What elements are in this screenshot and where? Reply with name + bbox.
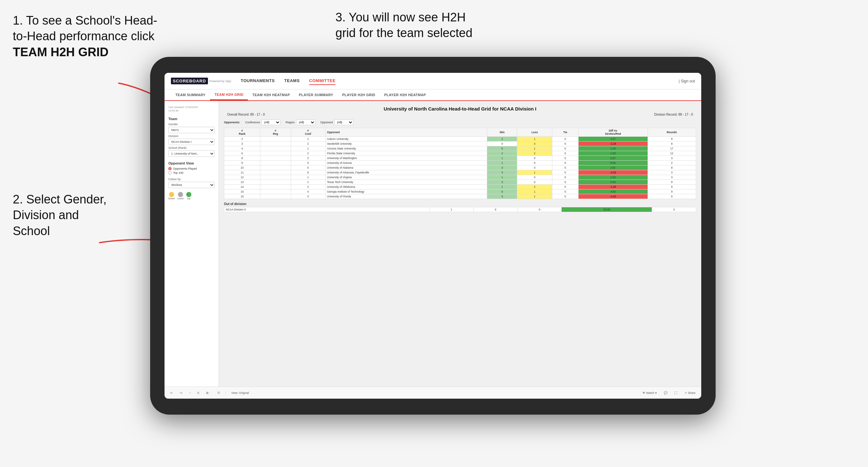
back-btn[interactable]: ‹	[188, 390, 192, 396]
col-win: Win	[487, 128, 517, 137]
tablet-screen: SCOREBOARD Powered by clipp TOURNAMENTS …	[164, 73, 701, 399]
timestamp: Last Updated: 27/03/2024 16:55:38	[168, 105, 215, 113]
col-diff: Diff AvStrokes/Rnd	[578, 128, 648, 137]
bottom-toolbar: ↩ ↪ ‹ ⎘ ⊞ · ⏱ | View: Original 👁 Watch ▾…	[164, 386, 701, 399]
filter-region-group: Region (All)	[286, 120, 315, 125]
table-row: 10 5 University of Alabama 3 0 0 2.61 8	[224, 165, 696, 170]
division-record: Division Record: 88 - 17 - 0	[654, 113, 693, 116]
table-row: 9 3 University of Arizona 1 0 0 9.00 2	[224, 161, 696, 165]
col-tie: Tie	[552, 128, 578, 137]
table-row: 13 1 Texas Tech University 3 0 0 5.56 9	[224, 180, 696, 185]
opponent-filter-select[interactable]: (All)	[334, 120, 353, 125]
table-row: 4 1 Arizona State University 5 1 0 2.29 …	[224, 146, 696, 151]
share-btn[interactable]: ↗ Share	[682, 390, 698, 396]
comment-btn[interactable]: 💬	[662, 390, 669, 396]
division-label: Division	[168, 134, 215, 138]
grid-title: University of North Carolina Head-to-Hea…	[224, 106, 696, 112]
school-label: School (Rank)	[168, 146, 215, 150]
nav-committee[interactable]: COMMITTEE	[309, 77, 336, 85]
subnav-team-summary[interactable]: TEAM SUMMARY	[171, 89, 210, 100]
clock-btn[interactable]: ⏱	[215, 390, 222, 396]
redo-btn[interactable]: ↪	[178, 390, 184, 396]
table-row: 3 2 Vanderbilt University 0 4 0 -2.29 8	[224, 142, 696, 146]
logo-subtitle: Powered by clipp	[209, 80, 231, 83]
annotation-1: 1. To see a School's Head- to-Head perfo…	[13, 13, 166, 60]
out-of-division-table: NCAA Division II 1 0 0 26.00 3	[224, 207, 696, 212]
subnav: TEAM SUMMARY TEAM H2H GRID TEAM H2H HEAT…	[164, 89, 701, 101]
nav-tournaments[interactable]: TOURNAMENTS	[241, 77, 274, 85]
gender-label: Gender	[168, 123, 215, 126]
nav-teams[interactable]: TEAMS	[284, 77, 300, 85]
subnav-player-h2h-grid[interactable]: PLAYER H2H GRID	[338, 89, 380, 100]
annotation-3: 3. You will now see H2H grid for the tea…	[336, 9, 527, 41]
logo-area: SCOREBOARD Powered by clipp	[171, 77, 231, 84]
subnav-team-h2h-heatmap[interactable]: TEAM H2H HEATMAP	[248, 89, 294, 100]
overall-record: Overall Record: 89 - 17 - 0	[227, 113, 265, 116]
colour-by-label: Colour by	[168, 178, 215, 181]
out-division-tie: 0	[518, 207, 562, 212]
out-division-diff: 26.00	[562, 207, 652, 212]
sign-out-link[interactable]: | Sign out	[679, 79, 695, 83]
division-select[interactable]: NCAA Division I	[168, 138, 215, 145]
table-row: 14 2 University of Oklahoma 1 2 0 -1.00 …	[224, 185, 696, 189]
opponent-view-title: Opponent View	[168, 161, 215, 165]
col-rounds: Rounds	[648, 128, 696, 137]
copy-btn[interactable]: ⎘	[195, 390, 201, 396]
out-of-division-label: Out of division	[224, 202, 696, 206]
col-opponent: Opponent	[325, 128, 487, 137]
filter-row: Opponents: Conference (All) Region (All)	[224, 120, 696, 125]
content-area: Last Updated: 27/03/2024 16:55:38 Team G…	[164, 101, 701, 386]
region-filter-select[interactable]: (All)	[296, 120, 315, 125]
radio-opponents-played[interactable]: Opponents Played	[168, 167, 215, 170]
table-row: 15 4 Georgia Institute of Technology 6 1…	[224, 189, 696, 194]
annotation-2: 2. Select Gender, Division and School	[13, 192, 147, 239]
team-section-title: Team	[168, 117, 215, 121]
opponent-view-radio-group: Opponents Played Top 100	[168, 167, 215, 175]
tablet-device: SCOREBOARD Powered by clipp TOURNAMENTS …	[150, 57, 716, 415]
table-row: 6 2 Florida State University 2 2 0 1.83 …	[224, 151, 696, 156]
logo: SCOREBOARD	[171, 77, 208, 84]
col-conf: #Conf	[291, 128, 325, 137]
out-of-division-row: NCAA Division II 1 0 0 26.00 3	[224, 207, 696, 212]
school-select[interactable]: 1. University of Nort...	[168, 151, 215, 157]
nav-items: TOURNAMENTS TEAMS COMMITTEE	[241, 77, 679, 85]
col-rank: #Rank	[224, 128, 260, 137]
left-panel: Last Updated: 27/03/2024 16:55:38 Team G…	[164, 101, 219, 386]
filter-opponent-group: Opponent (All)	[320, 120, 354, 125]
out-division-name: NCAA Division II	[224, 207, 430, 212]
table-row: 16 3 University of Florida 3 1 0 -4.42 9	[224, 194, 696, 199]
colour-legend: Down Level Up	[168, 192, 215, 200]
out-division-rounds: 3	[652, 207, 696, 212]
watch-btn[interactable]: 👁 Watch ▾	[641, 390, 659, 396]
navbar: SCOREBOARD Powered by clipp TOURNAMENTS …	[164, 73, 701, 89]
subnav-player-summary[interactable]: PLAYER SUMMARY	[294, 89, 338, 100]
conference-filter-select[interactable]: (All)	[261, 120, 280, 125]
main-area: University of North Carolina Head-to-Hea…	[219, 101, 701, 386]
subnav-team-h2h-grid[interactable]: TEAM H2H GRID	[210, 89, 248, 100]
out-division-win: 1	[429, 207, 473, 212]
filter-opponents: Opponents:	[224, 121, 240, 124]
col-loss: Loss	[517, 128, 552, 137]
radio-top100[interactable]: Top 100	[168, 171, 215, 175]
subnav-player-h2h-heatmap[interactable]: PLAYER H2H HEATMAP	[380, 89, 431, 100]
undo-btn[interactable]: ↩	[168, 390, 175, 396]
table-row: 11 6 University of Arkansas, Fayettevill…	[224, 170, 696, 175]
out-division-loss: 0	[473, 207, 518, 212]
grid-records: Overall Record: 89 - 17 - 0 Division Rec…	[224, 113, 696, 116]
filter-conference-group: Conference (All)	[245, 120, 281, 125]
table-row: 8 2 University of Washington 1 0 0 3.67 …	[224, 156, 696, 161]
layout-btn[interactable]: ⊞ ·	[204, 390, 212, 396]
present-btn[interactable]: ⛶	[673, 390, 679, 396]
colour-by-select[interactable]: Win/loss	[168, 182, 215, 188]
view-original-btn[interactable]: View: Original	[229, 390, 251, 396]
gender-select[interactable]: Men's	[168, 127, 215, 133]
h2h-table: #Rank #Reg #Conf Opponent Win Loss Tie D…	[224, 128, 696, 199]
table-row: 2 1 Auburn University 2 1 0 1.67 9	[224, 137, 696, 142]
col-reg: #Reg	[260, 128, 291, 137]
table-row: 12 1 University of Virginia 1 0 0 2.33 3	[224, 175, 696, 180]
